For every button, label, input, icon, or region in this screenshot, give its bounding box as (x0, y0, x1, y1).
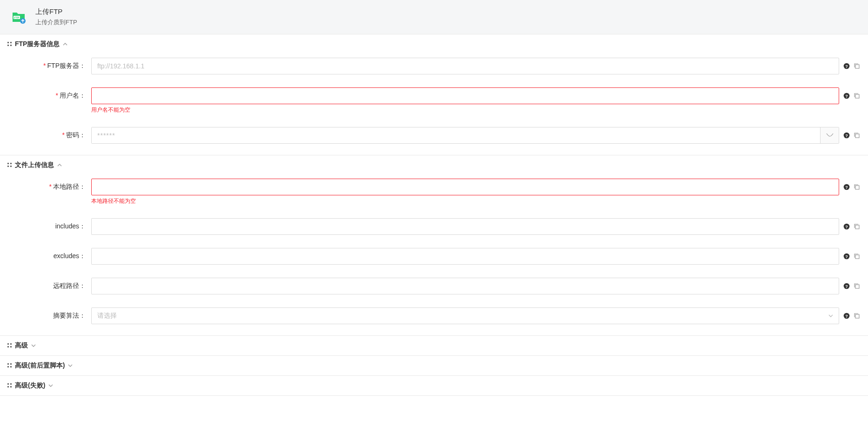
localpath-input[interactable] (91, 179, 839, 195)
field-digest: 摘要算法： 请选择 ? (7, 307, 861, 324)
svg-text:?: ? (845, 254, 848, 259)
svg-text:?: ? (845, 314, 848, 319)
copy-icon[interactable] (853, 183, 861, 191)
section-advanced: 高级 (0, 336, 868, 356)
includes-input[interactable] (91, 218, 839, 235)
help-icon[interactable]: ? (843, 312, 850, 320)
field-password: *密码： ? (7, 127, 861, 144)
section-upload-info: 文件上传信息 *本地路径： ? 本地路径不能为空 includes： (0, 155, 868, 336)
help-icon[interactable]: ? (843, 253, 850, 260)
section-header-advanced[interactable]: 高级 (0, 336, 868, 355)
drag-handle-icon (7, 383, 12, 388)
error-localpath: 本地路径不能为空 (91, 197, 861, 205)
svg-rect-17 (855, 225, 859, 229)
svg-rect-26 (855, 314, 859, 318)
section-title: 高级 (15, 341, 28, 350)
label-digest: 摘要算法： (7, 307, 91, 320)
svg-text:?: ? (845, 185, 848, 190)
section-title: FTP服务器信息 (15, 40, 60, 48)
page-subtitle: 上传介质到FTP (35, 18, 77, 27)
drag-handle-icon (7, 363, 12, 368)
chevron-down-icon (67, 363, 73, 368)
page-title: 上传FTP (35, 7, 77, 16)
help-icon[interactable]: ? (843, 62, 850, 70)
help-icon[interactable]: ? (843, 132, 850, 139)
label-remotepath: 远程路径： (7, 278, 91, 290)
help-icon[interactable]: ? (843, 223, 850, 230)
section-title: 高级(前后置脚本) (15, 361, 65, 370)
select-placeholder: 请选择 (97, 312, 117, 320)
drag-handle-icon (7, 343, 12, 348)
reveal-password-button[interactable] (820, 127, 839, 143)
svg-text:?: ? (845, 225, 848, 229)
drag-handle-icon (7, 42, 12, 47)
copy-icon[interactable] (853, 312, 861, 320)
section-server-info: FTP服务器信息 *FTP服务器： ? *用户名： (0, 34, 868, 155)
section-header-upload[interactable]: 文件上传信息 (0, 155, 868, 175)
ftp-icon: FTP (11, 10, 26, 25)
copy-icon[interactable] (853, 253, 861, 260)
page-header: FTP 上传FTP 上传介质到FTP (0, 0, 868, 34)
remotepath-input[interactable] (91, 278, 839, 294)
field-localpath: *本地路径： ? 本地路径不能为空 (7, 179, 861, 205)
svg-rect-14 (855, 186, 859, 189)
svg-text:?: ? (845, 133, 848, 138)
section-header-server[interactable]: FTP服务器信息 (0, 34, 868, 54)
svg-rect-8 (855, 94, 859, 98)
svg-rect-20 (855, 255, 859, 259)
label-username: *用户名： (7, 87, 91, 100)
svg-text:?: ? (845, 64, 848, 69)
chevron-down-icon (828, 312, 833, 320)
password-input[interactable] (92, 127, 820, 143)
svg-text:?: ? (845, 284, 848, 289)
digest-select[interactable]: 请选择 (91, 307, 839, 324)
section-advanced-script: 高级(前后置脚本) (0, 356, 868, 376)
section-title: 文件上传信息 (15, 161, 54, 169)
chevron-down-icon (48, 383, 54, 388)
header-text: 上传FTP 上传介质到FTP (35, 7, 77, 27)
copy-icon[interactable] (853, 132, 861, 139)
section-title: 高级(失败) (15, 381, 45, 390)
help-icon[interactable]: ? (843, 183, 850, 191)
field-excludes: excludes： ? (7, 248, 861, 265)
field-username: *用户名： ? 用户名不能为空 (7, 87, 861, 114)
svg-rect-11 (855, 134, 859, 138)
svg-rect-23 (855, 285, 859, 288)
label-excludes: excludes： (7, 248, 91, 260)
copy-icon[interactable] (853, 92, 861, 100)
section-header-advanced-script[interactable]: 高级(前后置脚本) (0, 356, 868, 375)
label-ftp-server: *FTP服务器： (7, 58, 91, 70)
label-localpath: *本地路径： (7, 179, 91, 191)
section-advanced-failure: 高级(失败) (0, 376, 868, 396)
error-username: 用户名不能为空 (91, 106, 861, 114)
section-body-server: *FTP服务器： ? *用户名： ? (0, 54, 868, 155)
chevron-up-icon (62, 41, 68, 47)
username-input[interactable] (91, 87, 839, 104)
field-includes: includes： ? (7, 218, 861, 235)
svg-text:?: ? (845, 94, 848, 99)
label-password: *密码： (7, 127, 91, 140)
copy-icon[interactable] (853, 62, 861, 70)
section-body-upload: *本地路径： ? 本地路径不能为空 includes： ? (0, 175, 868, 335)
copy-icon[interactable] (853, 282, 861, 290)
section-header-advanced-failure[interactable]: 高级(失败) (0, 376, 868, 395)
svg-rect-5 (855, 65, 859, 68)
chevron-down-icon (31, 343, 36, 348)
excludes-input[interactable] (91, 248, 839, 265)
drag-handle-icon (7, 163, 12, 167)
svg-text:FTP: FTP (14, 16, 20, 19)
chevron-up-icon (57, 162, 62, 168)
field-remotepath: 远程路径： ? (7, 278, 861, 294)
copy-icon[interactable] (853, 223, 861, 230)
ftp-server-input[interactable] (91, 58, 839, 74)
field-ftp-server: *FTP服务器： ? (7, 58, 861, 74)
help-icon[interactable]: ? (843, 92, 850, 100)
help-icon[interactable]: ? (843, 282, 850, 290)
label-includes: includes： (7, 218, 91, 231)
